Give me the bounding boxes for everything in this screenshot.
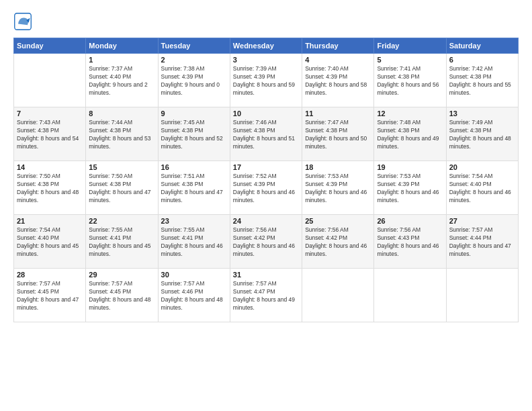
calendar-cell: 23Sunrise: 7:55 AMSunset: 4:41 PMDayligh… xyxy=(158,215,230,269)
day-info: Sunrise: 7:37 AMSunset: 4:40 PMDaylight:… xyxy=(89,65,154,97)
day-info: Sunrise: 7:56 AMSunset: 4:42 PMDaylight:… xyxy=(233,226,299,259)
day-number: 20 xyxy=(449,163,515,171)
calendar-week-4: 21Sunrise: 7:54 AMSunset: 4:40 PMDayligh… xyxy=(14,215,519,269)
day-info: Sunrise: 7:45 AMSunset: 4:38 PMDaylight:… xyxy=(161,119,227,151)
day-info: Sunrise: 7:57 AMSunset: 4:44 PMDaylight:… xyxy=(449,226,515,259)
day-info: Sunrise: 7:54 AMSunset: 4:40 PMDaylight:… xyxy=(449,173,515,205)
day-info: Sunrise: 7:53 AMSunset: 4:39 PMDaylight:… xyxy=(305,173,371,205)
calendar-cell: 15Sunrise: 7:50 AMSunset: 4:38 PMDayligh… xyxy=(86,161,158,215)
day-number: 30 xyxy=(161,271,227,279)
day-number: 3 xyxy=(233,56,299,64)
calendar-cell: 22Sunrise: 7:55 AMSunset: 4:41 PMDayligh… xyxy=(86,215,158,269)
day-info: Sunrise: 7:43 AMSunset: 4:38 PMDaylight:… xyxy=(17,119,83,151)
day-info: Sunrise: 7:41 AMSunset: 4:38 PMDaylight:… xyxy=(377,65,443,97)
day-info: Sunrise: 7:44 AMSunset: 4:38 PMDaylight:… xyxy=(89,119,154,151)
page: SundayMondayTuesdayWednesdayThursdayFrid… xyxy=(0,0,532,411)
day-number: 24 xyxy=(233,217,299,225)
day-info: Sunrise: 7:49 AMSunset: 4:38 PMDaylight:… xyxy=(449,119,515,151)
calendar-cell xyxy=(446,269,518,322)
day-info: Sunrise: 7:57 AMSunset: 4:45 PMDaylight:… xyxy=(89,280,154,312)
calendar-table: SundayMondayTuesdayWednesdayThursdayFrid… xyxy=(13,38,519,322)
calendar-cell xyxy=(14,54,86,107)
day-number: 16 xyxy=(161,163,227,171)
day-info: Sunrise: 7:47 AMSunset: 4:38 PMDaylight:… xyxy=(305,119,371,151)
day-info: Sunrise: 7:46 AMSunset: 4:38 PMDaylight:… xyxy=(233,119,299,151)
day-info: Sunrise: 7:51 AMSunset: 4:38 PMDaylight:… xyxy=(161,173,227,205)
day-number: 8 xyxy=(89,109,154,118)
weekday-header-tuesday: Tuesday xyxy=(158,38,230,54)
day-info: Sunrise: 7:56 AMSunset: 4:43 PMDaylight:… xyxy=(377,226,443,259)
calendar-cell: 25Sunrise: 7:56 AMSunset: 4:42 PMDayligh… xyxy=(302,215,374,269)
day-number: 22 xyxy=(89,217,154,225)
calendar-cell: 30Sunrise: 7:57 AMSunset: 4:46 PMDayligh… xyxy=(158,269,230,322)
calendar-cell: 12Sunrise: 7:48 AMSunset: 4:38 PMDayligh… xyxy=(374,107,446,161)
calendar-week-2: 7Sunrise: 7:43 AMSunset: 4:38 PMDaylight… xyxy=(14,107,519,161)
day-number: 6 xyxy=(449,56,515,64)
calendar-cell: 13Sunrise: 7:49 AMSunset: 4:38 PMDayligh… xyxy=(446,107,518,161)
header xyxy=(13,12,519,31)
calendar-cell: 26Sunrise: 7:56 AMSunset: 4:43 PMDayligh… xyxy=(374,215,446,269)
calendar-cell: 10Sunrise: 7:46 AMSunset: 4:38 PMDayligh… xyxy=(230,107,302,161)
day-number: 23 xyxy=(161,217,227,225)
weekday-header-monday: Monday xyxy=(86,38,158,54)
logo xyxy=(13,12,35,31)
day-number: 18 xyxy=(305,163,371,171)
day-info: Sunrise: 7:38 AMSunset: 4:39 PMDaylight:… xyxy=(161,65,227,97)
day-number: 5 xyxy=(377,56,443,64)
day-info: Sunrise: 7:52 AMSunset: 4:39 PMDaylight:… xyxy=(233,173,299,205)
calendar-cell: 20Sunrise: 7:54 AMSunset: 4:40 PMDayligh… xyxy=(446,161,518,215)
day-info: Sunrise: 7:57 AMSunset: 4:47 PMDaylight:… xyxy=(233,280,299,312)
weekday-header-saturday: Saturday xyxy=(446,38,518,54)
day-number: 31 xyxy=(233,271,299,279)
day-number: 28 xyxy=(17,271,83,279)
day-info: Sunrise: 7:42 AMSunset: 4:38 PMDaylight:… xyxy=(449,65,515,97)
day-number: 9 xyxy=(161,109,227,118)
calendar-cell: 7Sunrise: 7:43 AMSunset: 4:38 PMDaylight… xyxy=(14,107,86,161)
day-number: 2 xyxy=(161,56,227,64)
day-info: Sunrise: 7:55 AMSunset: 4:41 PMDaylight:… xyxy=(161,226,227,259)
day-info: Sunrise: 7:57 AMSunset: 4:45 PMDaylight:… xyxy=(17,280,83,312)
calendar-cell: 5Sunrise: 7:41 AMSunset: 4:38 PMDaylight… xyxy=(374,54,446,107)
day-info: Sunrise: 7:50 AMSunset: 4:38 PMDaylight:… xyxy=(17,173,83,205)
weekday-header-wednesday: Wednesday xyxy=(230,38,302,54)
calendar-cell: 3Sunrise: 7:39 AMSunset: 4:39 PMDaylight… xyxy=(230,54,302,107)
day-number: 17 xyxy=(233,163,299,171)
calendar-cell: 28Sunrise: 7:57 AMSunset: 4:45 PMDayligh… xyxy=(14,269,86,322)
calendar-cell: 1Sunrise: 7:37 AMSunset: 4:40 PMDaylight… xyxy=(86,54,158,107)
calendar-cell: 21Sunrise: 7:54 AMSunset: 4:40 PMDayligh… xyxy=(14,215,86,269)
calendar-week-5: 28Sunrise: 7:57 AMSunset: 4:45 PMDayligh… xyxy=(14,269,519,322)
logo-icon xyxy=(13,12,32,31)
weekday-header-row: SundayMondayTuesdayWednesdayThursdayFrid… xyxy=(14,38,519,54)
calendar-cell: 18Sunrise: 7:53 AMSunset: 4:39 PMDayligh… xyxy=(302,161,374,215)
day-number: 4 xyxy=(305,56,371,64)
calendar-cell: 14Sunrise: 7:50 AMSunset: 4:38 PMDayligh… xyxy=(14,161,86,215)
calendar-cell: 6Sunrise: 7:42 AMSunset: 4:38 PMDaylight… xyxy=(446,54,518,107)
day-info: Sunrise: 7:54 AMSunset: 4:40 PMDaylight:… xyxy=(17,226,83,259)
day-number: 29 xyxy=(89,271,154,279)
day-info: Sunrise: 7:56 AMSunset: 4:42 PMDaylight:… xyxy=(305,226,371,259)
day-number: 21 xyxy=(17,217,83,225)
day-info: Sunrise: 7:55 AMSunset: 4:41 PMDaylight:… xyxy=(89,226,154,259)
day-number: 26 xyxy=(377,217,443,225)
weekday-header-thursday: Thursday xyxy=(302,38,374,54)
calendar-cell: 31Sunrise: 7:57 AMSunset: 4:47 PMDayligh… xyxy=(230,269,302,322)
day-info: Sunrise: 7:50 AMSunset: 4:38 PMDaylight:… xyxy=(89,173,154,205)
calendar-cell: 17Sunrise: 7:52 AMSunset: 4:39 PMDayligh… xyxy=(230,161,302,215)
day-number: 14 xyxy=(17,163,83,171)
day-info: Sunrise: 7:53 AMSunset: 4:39 PMDaylight:… xyxy=(377,173,443,205)
day-number: 11 xyxy=(305,109,371,118)
day-number: 27 xyxy=(449,217,515,225)
calendar-cell: 24Sunrise: 7:56 AMSunset: 4:42 PMDayligh… xyxy=(230,215,302,269)
calendar-cell: 16Sunrise: 7:51 AMSunset: 4:38 PMDayligh… xyxy=(158,161,230,215)
day-number: 1 xyxy=(89,56,154,64)
day-info: Sunrise: 7:39 AMSunset: 4:39 PMDaylight:… xyxy=(233,65,299,97)
day-number: 12 xyxy=(377,109,443,118)
calendar-cell: 27Sunrise: 7:57 AMSunset: 4:44 PMDayligh… xyxy=(446,215,518,269)
calendar-cell: 9Sunrise: 7:45 AMSunset: 4:38 PMDaylight… xyxy=(158,107,230,161)
calendar-cell xyxy=(374,269,446,322)
calendar-cell xyxy=(302,269,374,322)
day-number: 10 xyxy=(233,109,299,118)
calendar-cell: 4Sunrise: 7:40 AMSunset: 4:39 PMDaylight… xyxy=(302,54,374,107)
calendar-cell: 29Sunrise: 7:57 AMSunset: 4:45 PMDayligh… xyxy=(86,269,158,322)
weekday-header-friday: Friday xyxy=(374,38,446,54)
